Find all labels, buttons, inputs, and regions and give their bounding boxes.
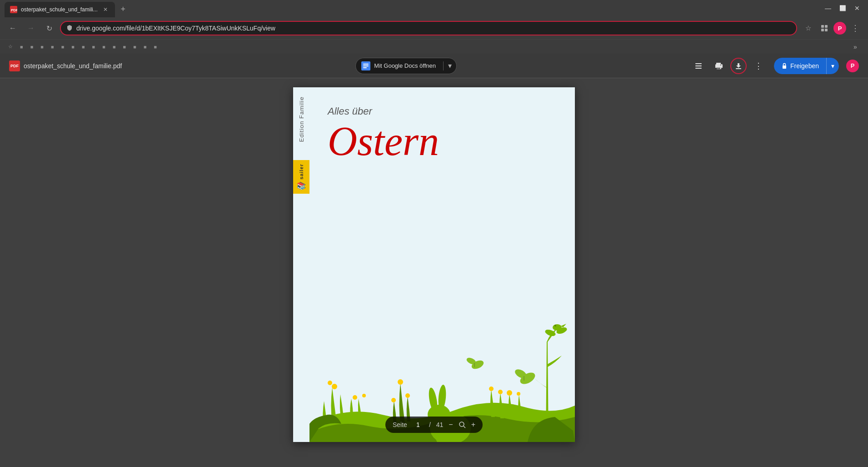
svg-point-38 xyxy=(391,398,396,402)
security-icon xyxy=(66,25,73,32)
chrome-menu-button[interactable]: ⋮ xyxy=(848,21,863,35)
tab-bar: PDF osterpaket_schule_und_famili... ✕ + … xyxy=(0,0,868,17)
svg-point-34 xyxy=(353,395,357,400)
zoom-out-button[interactable]: − xyxy=(449,421,453,429)
page-number-area xyxy=(413,421,424,428)
bookmarks-bar: ☆ ■ ■ ■ ■ ■ ■ ■ ■ ■ ■ ■ ■ ■ ■ » xyxy=(0,39,868,54)
sailer-text: sailer xyxy=(299,164,304,180)
print-button[interactable] xyxy=(710,58,727,74)
svg-rect-10 xyxy=(695,63,702,64)
svg-rect-11 xyxy=(695,65,702,66)
svg-rect-12 xyxy=(695,68,702,69)
maximize-button[interactable]: ⬜ xyxy=(835,1,850,15)
edition-label: Edition Familie xyxy=(294,87,309,151)
share-main-button[interactable]: Freigeben xyxy=(774,58,826,74)
svg-point-41 xyxy=(507,390,512,396)
minimize-button[interactable]: — xyxy=(821,1,835,15)
url-text: drive.google.com/file/d/1bEXItKSJE9Coy7T… xyxy=(76,25,791,32)
svg-rect-5 xyxy=(825,29,828,31)
svg-point-42 xyxy=(517,392,520,396)
svg-point-37 xyxy=(405,393,410,398)
pdf-viewer: PDF osterpaket_schule_und_familie.pdf Mi… xyxy=(0,54,868,467)
pdf-page: Edition Familie sailer 📚 Alles über Oste… xyxy=(293,87,575,442)
tab-close-button[interactable]: ✕ xyxy=(101,5,110,14)
svg-rect-7 xyxy=(363,64,369,65)
tab-favicon: PDF xyxy=(10,6,17,13)
lock-icon xyxy=(781,63,788,69)
pdf-file-icon: PDF xyxy=(9,60,20,71)
open-docs-main-area[interactable]: Mit Google Docs öffnen xyxy=(356,61,444,70)
pdf-subtitle: Alles über xyxy=(328,105,557,117)
svg-rect-9 xyxy=(363,67,367,68)
svg-rect-14 xyxy=(783,65,786,69)
pdf-toolbar-right: ⋮ Freigeben ▾ P xyxy=(690,58,859,74)
svg-point-32 xyxy=(332,384,337,389)
bookmark-star-button[interactable]: ☆ xyxy=(801,21,815,35)
pdf-main-title: Ostern xyxy=(328,121,557,162)
download-button[interactable] xyxy=(730,58,747,74)
svg-line-44 xyxy=(464,426,465,428)
more-options-button[interactable]: ⋮ xyxy=(750,58,767,74)
nav-bar: ← → ↻ drive.google.com/file/d/1bEXItKSJE… xyxy=(0,17,868,39)
svg-point-16 xyxy=(554,325,556,326)
nature-illustration xyxy=(309,251,575,442)
sailer-badge: sailer 📚 xyxy=(293,160,309,194)
close-button[interactable]: ✕ xyxy=(850,1,864,15)
pdf-toolbar: PDF osterpaket_schule_und_familie.pdf Mi… xyxy=(0,54,868,78)
pdf-filename-area: PDF osterpaket_schule_und_familie.pdf xyxy=(9,60,122,71)
svg-rect-13 xyxy=(736,68,741,69)
share-dropdown-button[interactable]: ▾ xyxy=(826,58,839,74)
toolbar-profile-avatar[interactable]: P xyxy=(846,60,859,72)
extensions-button[interactable] xyxy=(817,21,832,35)
browser-frame: PDF osterpaket_schule_und_famili... ✕ + … xyxy=(0,0,868,467)
open-in-docs-button[interactable]: Mit Google Docs öffnen ▾ xyxy=(355,58,457,74)
side-label-strip: Edition Familie sailer 📚 xyxy=(293,87,309,442)
bookmarks-more-button[interactable]: » xyxy=(848,40,863,54)
zoom-in-button[interactable]: + xyxy=(471,421,475,429)
current-page-input[interactable] xyxy=(413,421,424,428)
total-pages: 41 xyxy=(436,421,444,428)
share-button-group: Freigeben ▾ xyxy=(774,58,839,74)
page-label-text: Seite xyxy=(393,421,407,428)
bookmark-item[interactable]: ☆ xyxy=(5,43,15,50)
active-tab[interactable]: PDF osterpaket_schule_und_famili... ✕ xyxy=(5,2,115,17)
forward-button[interactable]: → xyxy=(24,21,38,35)
sailer-icon: 📚 xyxy=(297,181,306,190)
open-docs-label: Mit Google Docs öffnen xyxy=(374,62,436,69)
new-tab-button[interactable]: + xyxy=(117,3,130,15)
svg-point-43 xyxy=(459,422,464,427)
profile-avatar[interactable]: P xyxy=(833,22,846,35)
toggle-sidebar-button[interactable] xyxy=(690,58,707,74)
address-bar[interactable]: drive.google.com/file/d/1bEXItKSJE9Coy7T… xyxy=(60,21,797,35)
reload-button[interactable]: ↻ xyxy=(42,21,56,35)
svg-point-33 xyxy=(328,381,332,385)
svg-rect-3 xyxy=(825,25,828,28)
svg-rect-4 xyxy=(821,29,824,31)
pdf-main-content: Alles über Ostern xyxy=(309,87,575,162)
pdf-toolbar-center: Mit Google Docs öffnen ▾ xyxy=(122,58,690,74)
nav-right-controls: ☆ P ⋮ xyxy=(801,21,863,35)
pdf-content-area: Edition Familie sailer 📚 Alles über Oste… xyxy=(0,78,868,467)
pdf-filename: osterpaket_schule_und_familie.pdf xyxy=(24,62,122,70)
svg-rect-8 xyxy=(363,65,369,66)
svg-point-40 xyxy=(498,390,503,394)
nature-svg xyxy=(309,251,575,442)
svg-point-35 xyxy=(362,394,366,397)
page-counter: Seite / 41 − + xyxy=(385,417,483,433)
svg-rect-2 xyxy=(821,25,824,28)
svg-point-36 xyxy=(398,379,403,385)
tab-title: osterpaket_schule_und_famili... xyxy=(21,6,98,13)
svg-text:PDF: PDF xyxy=(11,8,17,12)
zoom-icon-button[interactable] xyxy=(459,421,466,428)
back-button[interactable]: ← xyxy=(5,21,20,35)
google-docs-icon xyxy=(361,61,370,70)
svg-point-39 xyxy=(489,387,494,391)
open-docs-dropdown-button[interactable]: ▾ xyxy=(444,61,456,70)
page-separator: / xyxy=(429,421,431,428)
